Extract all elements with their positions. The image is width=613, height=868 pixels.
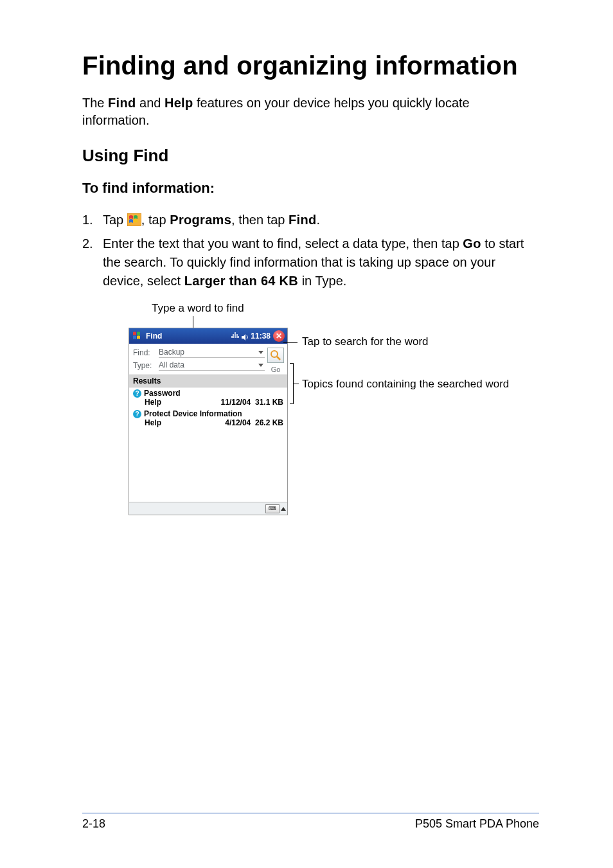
intro-paragraph: The Find and Help features on your devic… [82, 94, 539, 129]
step-text: . [316, 213, 320, 227]
go-label: Go [267, 366, 284, 373]
result-date: 11/12/04 [221, 398, 251, 407]
intro-text: The [82, 96, 108, 110]
find-input[interactable]: Backup [159, 348, 265, 358]
result-item[interactable]: ? Password Help 11/12/04 31.1 KB [129, 387, 287, 408]
type-label: Type: [133, 361, 155, 370]
result-name: Password [144, 389, 181, 398]
magnifier-icon [270, 350, 281, 361]
status-icons: 11:38 [231, 332, 271, 341]
pda-titlebar: Find 11:38 ✕ [129, 328, 287, 344]
page-number: 2-18 [82, 817, 105, 831]
callout-leader-line [193, 316, 193, 328]
type-value: All data [159, 360, 184, 369]
chevron-down-icon[interactable] [258, 364, 263, 367]
page-title: Finding and organizing information [82, 51, 539, 80]
svg-point-2 [271, 351, 278, 357]
step-text: in Type. [298, 274, 346, 288]
search-button[interactable] [267, 348, 284, 363]
help-icon: ? [133, 410, 141, 418]
callout-leader-line [283, 342, 298, 343]
result-source: Help [145, 418, 161, 427]
result-source: Help [145, 398, 161, 407]
chevron-down-icon[interactable] [258, 351, 263, 354]
results-header: Results [129, 375, 287, 387]
product-name: P505 Smart PDA Phone [415, 817, 539, 831]
intro-text: and [136, 96, 164, 110]
keyboard-icon[interactable]: ⌨ [265, 504, 280, 513]
find-keyword: Find [108, 96, 136, 110]
find-keyword: Find [289, 213, 316, 227]
signal-icon [231, 332, 239, 341]
help-icon: ? [133, 389, 141, 398]
step-text: Tap [103, 213, 127, 227]
close-button[interactable]: ✕ [273, 330, 285, 342]
go-keyword: Go [463, 236, 481, 251]
result-item[interactable]: ? Protect Device Information Help 4/12/0… [129, 408, 287, 429]
sip-up-icon[interactable] [281, 507, 286, 511]
callout-go: Tap to search for the word [302, 335, 429, 348]
result-date: 4/12/04 [225, 418, 251, 427]
find-label: Find: [133, 348, 155, 357]
programs-keyword: Programs [170, 213, 231, 227]
start-menu-icon[interactable] [132, 330, 143, 342]
type-select[interactable]: All data [159, 360, 265, 371]
callout-type-word: Type a word to find [152, 302, 539, 315]
subsection-heading: To find information: [82, 180, 539, 197]
page-footer: 2-18 P505 Smart PDA Phone [82, 813, 539, 831]
step-text: , then tap [231, 213, 289, 227]
result-name: Protect Device Information [144, 409, 242, 418]
result-size: 31.1 KB [255, 398, 283, 407]
svg-line-3 [277, 357, 280, 360]
step-text: Enter the text that you want to find, se… [103, 236, 463, 251]
result-size: 26.2 KB [255, 418, 283, 427]
find-value: Backup [159, 348, 184, 357]
step-text: , tap [141, 213, 170, 227]
start-menu-icon [127, 213, 141, 226]
speaker-icon [241, 332, 249, 340]
larger-keyword: Larger than 64 KB [184, 274, 298, 288]
instruction-list: 1. Tap , tap Programs, then tap Find. 2.… [82, 211, 539, 290]
pda-find-screenshot: Find 11:38 ✕ Find: Backup [129, 328, 288, 515]
help-keyword: Help [164, 96, 193, 110]
step-number: 2. [82, 235, 103, 290]
results-list: ? Password Help 11/12/04 31.1 KB ? Prote… [129, 387, 287, 502]
clock-time: 11:38 [251, 332, 271, 341]
section-heading: Using Find [82, 146, 539, 166]
pda-bottom-bar: ⌨ [129, 502, 287, 515]
callout-leader-line [294, 384, 299, 384]
window-title: Find [146, 332, 162, 341]
callout-results: Topics found containing the searched wor… [302, 378, 509, 391]
step-number: 1. [82, 211, 103, 229]
